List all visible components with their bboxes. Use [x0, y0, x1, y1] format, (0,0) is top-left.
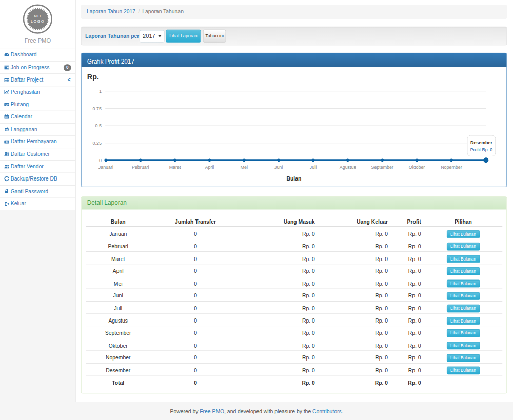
svg-text:0.5: 0.5 [95, 123, 102, 128]
svg-text:0: 0 [99, 158, 102, 163]
svg-text:Januari: Januari [98, 165, 113, 170]
svg-text:April: April [205, 165, 214, 170]
svg-text:Maret: Maret [169, 165, 181, 170]
svg-text:Mei: Mei [241, 165, 248, 170]
svg-text:0.25: 0.25 [93, 141, 102, 146]
svg-text:Rp.: Rp. [87, 73, 99, 81]
svg-text:0.75: 0.75 [93, 106, 102, 111]
svg-text:Bulan: Bulan [286, 176, 301, 182]
svg-text:1: 1 [99, 89, 102, 94]
svg-text:NO: NO [34, 14, 41, 18]
svg-text:Profit Rp: 0: Profit Rp: 0 [470, 147, 492, 152]
svg-text:September: September [371, 165, 393, 170]
svg-text:Desember: Desember [470, 140, 492, 145]
svg-text:Pebruari: Pebruari [132, 165, 149, 170]
svg-text:Oktober: Oktober [409, 165, 425, 170]
svg-text:Agustus: Agustus [340, 165, 357, 170]
svg-text:Juni: Juni [274, 165, 283, 170]
svg-text:LOGO: LOGO [31, 19, 45, 24]
svg-text:Nopember: Nopember [441, 165, 462, 170]
svg-text:Juli: Juli [310, 165, 317, 170]
